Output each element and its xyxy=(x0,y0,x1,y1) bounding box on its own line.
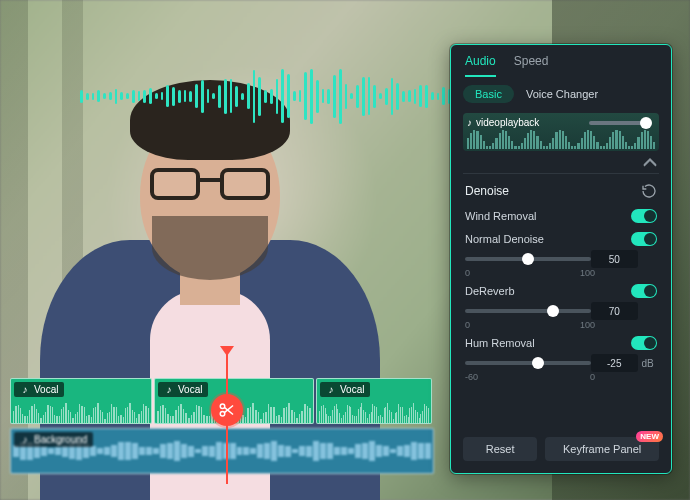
hum-removal-slider[interactable] xyxy=(465,361,591,365)
audio-clip-preview[interactable]: ♪videoplayback xyxy=(463,113,659,151)
clip-label: ♪Background xyxy=(14,432,93,447)
clip-name-text: videoplayback xyxy=(476,117,539,128)
wind-removal-row: Wind Removal xyxy=(451,203,671,229)
vocal-clip[interactable]: ♪Vocal xyxy=(10,378,152,424)
audio-settings-panel: Audio Speed Basic Voice Changer ♪videopl… xyxy=(450,44,672,474)
new-badge: NEW xyxy=(636,431,663,442)
vocal-clip[interactable]: ♪Vocal xyxy=(316,378,432,424)
dereverb-toggle[interactable] xyxy=(631,284,657,298)
normal-denoise-value[interactable]: 50 xyxy=(591,250,638,268)
music-note-icon: ♪ xyxy=(326,384,336,395)
clip-label-text: Vocal xyxy=(340,384,364,395)
background-track[interactable]: ♪Background xyxy=(10,428,436,474)
clip-label: ♪Vocal xyxy=(320,382,370,397)
dereverb-row: DeReverb 70 0100 xyxy=(451,281,671,333)
header-waveform xyxy=(80,56,480,136)
wind-removal-toggle[interactable] xyxy=(631,209,657,223)
subtab-basic[interactable]: Basic xyxy=(463,85,514,103)
scissors-icon xyxy=(218,401,236,419)
clip-label-text: Vocal xyxy=(34,384,58,395)
clip-label: ♪Vocal xyxy=(158,382,208,397)
clip-name-label: ♪videoplayback xyxy=(467,117,539,128)
dereverb-slider[interactable] xyxy=(465,309,591,313)
denoise-section-header: Denoise xyxy=(451,176,671,203)
clip-label-text: Background xyxy=(34,434,87,445)
playhead[interactable] xyxy=(226,352,228,484)
hum-removal-value[interactable]: -25 xyxy=(591,354,638,372)
hum-removal-label: Hum Removal xyxy=(465,337,535,349)
panel-subtabs: Basic Voice Changer xyxy=(451,77,671,111)
normal-denoise-range: 0100 xyxy=(465,268,595,278)
background-clip[interactable]: ♪Background xyxy=(10,428,434,474)
clip-label-text: Vocal xyxy=(178,384,202,395)
wind-removal-label: Wind Removal xyxy=(465,210,537,222)
keyframe-panel-label: Keyframe Panel xyxy=(563,443,641,455)
reset-button[interactable]: Reset xyxy=(463,437,537,461)
hum-removal-row: Hum Removal -25 dB -600 xyxy=(451,333,671,385)
expand-icon[interactable] xyxy=(643,157,657,167)
normal-denoise-toggle[interactable] xyxy=(631,232,657,246)
music-note-icon: ♪ xyxy=(20,434,30,445)
tab-audio[interactable]: Audio xyxy=(465,54,496,77)
dereverb-range: 0100 xyxy=(465,320,595,330)
panel-footer: Reset Keyframe Panel NEW xyxy=(451,427,671,473)
denoise-title: Denoise xyxy=(465,184,509,198)
panel-tabs: Audio Speed xyxy=(451,45,671,77)
normal-denoise-slider[interactable] xyxy=(465,257,591,261)
music-note-icon: ♪ xyxy=(467,117,472,128)
hum-unit: dB xyxy=(642,358,658,369)
clip-label: ♪Vocal xyxy=(14,382,64,397)
tab-speed[interactable]: Speed xyxy=(514,54,549,77)
hum-removal-toggle[interactable] xyxy=(631,336,657,350)
dereverb-label: DeReverb xyxy=(465,285,515,297)
dereverb-value[interactable]: 70 xyxy=(591,302,638,320)
hum-removal-range: -600 xyxy=(465,372,595,382)
normal-denoise-row: Normal Denoise 50 0100 xyxy=(451,229,671,281)
normal-denoise-label: Normal Denoise xyxy=(465,233,544,245)
cut-button[interactable] xyxy=(211,394,243,426)
music-note-icon: ♪ xyxy=(20,384,30,395)
keyframe-panel-button[interactable]: Keyframe Panel NEW xyxy=(545,437,659,461)
music-note-icon: ♪ xyxy=(164,384,174,395)
subtab-voice-changer[interactable]: Voice Changer xyxy=(526,88,598,100)
reset-denoise-icon[interactable] xyxy=(641,183,657,199)
timeline[interactable]: ♪Vocal ♪Vocal ♪Vocal ♪Background xyxy=(10,378,436,478)
